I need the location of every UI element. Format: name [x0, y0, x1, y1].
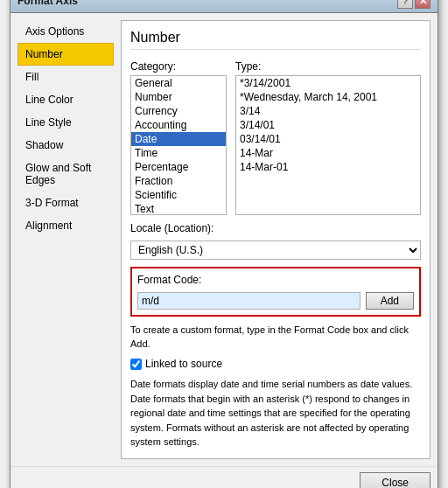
type-item-0[interactable]: *3/14/2001 — [236, 76, 420, 90]
content-panel: Number Category: General Number Currency… — [121, 20, 430, 458]
type-list[interactable]: *3/14/2001 *Wednesday, March 14, 2001 3/… — [235, 75, 421, 215]
content-title: Number — [130, 30, 421, 50]
format-code-row: Add — [137, 292, 414, 310]
description-text: Date formats display date and time seria… — [130, 377, 421, 450]
locale-select[interactable]: English (U.S.) — [130, 241, 421, 260]
close-button[interactable]: Close — [360, 472, 430, 488]
sidebar-item-alignment[interactable]: Alignment — [18, 214, 114, 237]
category-scientific[interactable]: Scientific — [131, 188, 226, 202]
locale-section: Locale (Location): English (U.S.) — [130, 222, 421, 260]
sidebar-item-axis-options[interactable]: Axis Options — [18, 20, 114, 43]
type-item-2[interactable]: 3/14 — [236, 104, 420, 118]
category-currency[interactable]: Currency — [131, 104, 226, 118]
sidebar-item-shadow[interactable]: Shadow — [18, 134, 114, 157]
type-item-1[interactable]: *Wednesday, March 14, 2001 — [236, 90, 420, 104]
category-fraction[interactable]: Fraction — [131, 174, 226, 188]
category-number[interactable]: Number — [131, 90, 226, 104]
type-col: Type: *3/14/2001 *Wednesday, March 14, 2… — [235, 60, 421, 215]
sidebar-item-line-style[interactable]: Line Style — [18, 111, 114, 134]
linked-to-source-checkbox[interactable] — [130, 359, 142, 370]
help-button[interactable]: ? — [397, 0, 413, 9]
type-label: Type: — [235, 60, 421, 73]
sidebar-item-3d-format[interactable]: 3-D Format — [18, 192, 114, 214]
sidebar: Axis Options Number Fill Line Color Line… — [18, 20, 114, 458]
hint-text: To create a custom format, type in the F… — [130, 324, 421, 351]
category-accounting[interactable]: Accounting — [131, 118, 226, 132]
category-text[interactable]: Text — [131, 202, 226, 215]
category-label: Category: — [130, 60, 227, 73]
type-item-3[interactable]: 3/14/01 — [236, 118, 420, 132]
sidebar-item-fill[interactable]: Fill — [18, 66, 114, 88]
format-code-section: Format Code: Add — [130, 267, 421, 317]
linked-to-source-label: Linked to source — [145, 358, 222, 370]
format-code-label: Format Code: — [137, 274, 414, 286]
category-time[interactable]: Time — [131, 146, 226, 160]
type-item-6[interactable]: 14-Mar-01 — [236, 160, 420, 174]
sidebar-item-line-color[interactable]: Line Color — [18, 88, 114, 111]
category-date[interactable]: Date — [131, 132, 226, 146]
add-button[interactable]: Add — [366, 292, 414, 310]
category-col: Category: General Number Currency Accoun… — [130, 60, 227, 215]
category-percentage[interactable]: Percentage — [131, 160, 226, 174]
locale-label: Locale (Location): — [130, 222, 421, 234]
window-close-button[interactable]: ✕ — [415, 0, 430, 9]
title-bar: Format Axis ? ✕ — [10, 0, 438, 13]
title-controls: ? ✕ — [397, 0, 430, 9]
sidebar-item-number[interactable]: Number — [18, 43, 114, 66]
type-item-4[interactable]: 03/14/01 — [236, 132, 420, 146]
dialog-title: Format Axis — [18, 0, 78, 7]
format-code-input[interactable] — [137, 292, 360, 310]
category-type-row: Category: General Number Currency Accoun… — [130, 60, 421, 215]
category-general[interactable]: General — [131, 76, 226, 90]
format-axis-dialog: Format Axis ? ✕ Axis Options Number Fill… — [10, 0, 438, 488]
linked-to-source-row: Linked to source — [130, 358, 421, 370]
dialog-body: Axis Options Number Fill Line Color Line… — [10, 13, 438, 465]
sidebar-item-glow-soft-edges[interactable]: Glow and Soft Edges — [18, 157, 114, 192]
category-list[interactable]: General Number Currency Accounting Date … — [130, 75, 227, 215]
type-item-5[interactable]: 14-Mar — [236, 146, 420, 160]
dialog-footer: Close — [10, 466, 438, 488]
